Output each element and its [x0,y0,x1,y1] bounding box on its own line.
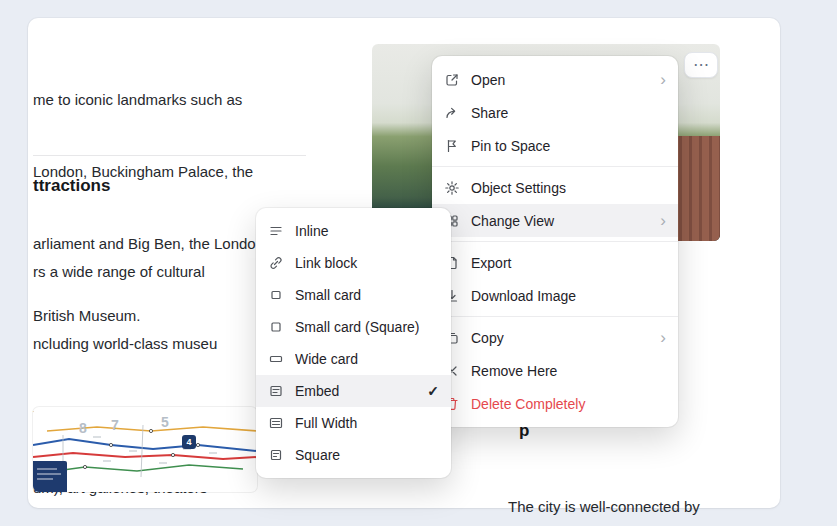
full-width-icon [268,415,284,431]
menu-item-download-image[interactable]: Download Image [432,279,678,312]
wide-card-icon [268,351,284,367]
divider [33,155,306,156]
menu-item-label: Change View [471,213,649,229]
embed-card-icon [268,383,284,399]
paragraph-transport: The city is well-connected by an extensi… [508,444,700,526]
checkmark-icon: ✓ [427,383,439,399]
menu-divider [432,241,678,242]
submenu-item-small-card-square[interactable]: Small card (Square) [256,311,451,343]
inline-lines-icon [268,223,284,239]
map-legend-block [33,461,67,492]
small-card-square-icon [268,319,284,335]
text-line: rs a wide range of cultural [33,260,218,284]
submenu-item-small-card[interactable]: Small card [256,279,451,311]
pin-icon [444,138,460,154]
menu-item-label: Delete Completely [471,396,666,412]
menu-item-label: Remove Here [471,363,666,379]
menu-item-label: Object Settings [471,180,666,196]
change-view-submenu: Inline Link block Small card Small card … [256,208,451,478]
menu-item-pin-to-space[interactable]: Pin to Space [432,129,678,162]
text-line: me to iconic landmarks such as [33,88,264,112]
submenu-item-wide-card[interactable]: Wide card [256,343,451,375]
menu-item-label: Embed [295,383,416,399]
menu-item-label: Small card (Square) [295,319,439,335]
menu-divider [432,166,678,167]
menu-item-share[interactable]: Share [432,96,678,129]
map-zone-number: 4 [186,437,191,447]
menu-item-label: Share [471,105,666,121]
square-card-icon [268,447,284,463]
submenu-item-embed[interactable]: Embed ✓ [256,375,451,407]
menu-item-object-settings[interactable]: Object Settings [432,171,678,204]
share-icon [444,105,460,121]
metro-map-graphic: 8 7 5 4 [33,407,257,492]
menu-item-label: Open [471,72,649,88]
menu-item-label: Square [295,447,439,463]
menu-divider [432,316,678,317]
chevron-right-icon: › [660,212,666,229]
menu-item-open[interactable]: Open › [432,63,678,96]
menu-item-label: Full Width [295,415,439,431]
context-menu: Open › Share Pin to Space Object Setting… [432,56,678,427]
menu-item-export[interactable]: Export [432,246,678,279]
menu-item-label: Pin to Space [471,138,666,154]
menu-item-label: Export [471,255,666,271]
section-heading: ttractions [33,176,110,196]
map-grid-number: 5 [161,414,169,430]
menu-item-label: Download Image [471,288,666,304]
open-icon [444,72,460,88]
menu-item-change-view[interactable]: Change View › [432,204,678,237]
menu-item-remove-here[interactable]: Remove Here [432,354,678,387]
submenu-item-link-block[interactable]: Link block [256,247,451,279]
gear-icon [444,180,460,196]
app-window: me to iconic landmarks such as London, B… [0,0,837,526]
menu-item-label: Link block [295,255,439,271]
chevron-right-icon: › [660,329,666,346]
link-icon [268,255,284,271]
menu-item-label: Wide card [295,351,439,367]
menu-item-copy[interactable]: Copy › [432,321,678,354]
map-grid-number: 7 [111,417,119,433]
chevron-right-icon: › [660,71,666,88]
more-options-button[interactable]: ⋯ [684,52,718,78]
menu-item-label: Small card [295,287,439,303]
submenu-item-full-width[interactable]: Full Width [256,407,451,439]
menu-item-label: Inline [295,223,439,239]
submenu-item-square[interactable]: Square [256,439,451,471]
text-line: ncluding world-class museu [33,332,218,356]
menu-item-delete-completely[interactable]: Delete Completely [432,387,678,420]
menu-item-label: Copy [471,330,649,346]
map-grid-number: 8 [79,420,87,436]
submenu-item-inline[interactable]: Inline [256,215,451,247]
metro-map-image[interactable]: 8 7 5 4 [33,407,257,492]
small-card-icon [268,287,284,303]
text-line: The city is well-connected by [508,494,700,519]
